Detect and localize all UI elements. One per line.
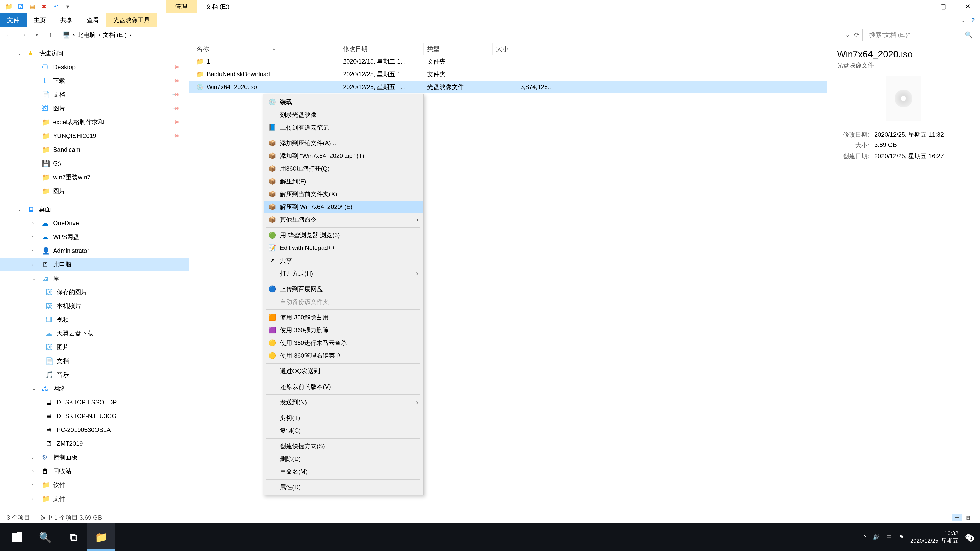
forward-button[interactable]: → [18, 30, 28, 40]
nav-item[interactable]: 🖥DESKTOP-LSSOEDP [0, 395, 189, 409]
back-button[interactable]: ← [4, 30, 14, 40]
nav-desktop[interactable]: ⌄🖥桌面 [0, 203, 189, 216]
context-menu-item[interactable]: 剪切(T) [264, 411, 423, 424]
search-button[interactable]: 🔍 [31, 524, 59, 551]
address-bar[interactable]: 🖥️ › 此电脑 › 文档 (E:) › ⌄ ⟳ [59, 29, 862, 41]
column-name[interactable]: 名称▲ [189, 43, 339, 55]
up-button[interactable]: ↑ [45, 30, 56, 40]
nav-item[interactable]: 🎵音乐 [0, 368, 189, 382]
nav-libraries[interactable]: ⌄🗂库 [0, 272, 189, 285]
context-menu-item[interactable]: 📦用360压缩打开(Q) [264, 162, 423, 175]
tray-expand-icon[interactable]: ^ [863, 534, 866, 540]
context-menu-item[interactable]: 📦添加到压缩文件(A)... [264, 137, 423, 149]
context-menu-item[interactable]: 🟪使用 360强力删除 [264, 324, 423, 337]
ribbon-tab-home[interactable]: 主页 [27, 13, 53, 27]
nav-item[interactable]: ›☁WPS网盘 [0, 230, 189, 244]
context-menu-item[interactable]: 🟡使用 360管理右键菜单 [264, 349, 423, 362]
volume-icon[interactable]: 🔊 [873, 534, 880, 540]
nav-item[interactable]: 📁Bandicam [0, 143, 189, 157]
nav-item[interactable]: 🖼图片 [0, 102, 189, 115]
nav-network[interactable]: ⌄🖧网络 [0, 382, 189, 395]
file-row[interactable]: 📁BaiduNetdiskDownload2020/12/25, 星期五 1..… [189, 68, 827, 81]
context-menu-item[interactable]: 发送到(N)› [264, 396, 423, 409]
nav-item[interactable]: 🖵Desktop [0, 60, 189, 74]
nav-item[interactable]: 💾G:\ [0, 157, 189, 170]
new-folder-icon[interactable]: ▦ [27, 2, 37, 11]
nav-item[interactable]: 🖼本机照片 [0, 299, 189, 313]
properties-icon[interactable]: ☑ [16, 2, 25, 11]
tray-icon[interactable]: ⚑ [899, 534, 904, 540]
ribbon-expand-icon[interactable]: ⌄ [961, 17, 966, 24]
context-menu-item[interactable]: 📘上传到有道云笔记 [264, 121, 423, 134]
context-menu-item[interactable]: 📦其他压缩命令› [264, 213, 423, 226]
context-menu-item[interactable]: 复制(C) [264, 424, 423, 437]
maximize-button[interactable]: ▢ [931, 0, 956, 13]
search-icon[interactable]: 🔍 [965, 32, 973, 38]
file-row[interactable]: 📁12020/12/15, 星期二 1...文件夹 [189, 55, 827, 68]
ime-indicator[interactable]: 中 [886, 534, 892, 541]
context-menu-item[interactable]: 删除(D) [264, 453, 423, 465]
nav-item[interactable]: ›👤Administrator [0, 244, 189, 258]
nav-item[interactable]: 🖥PC-20190530OBLA [0, 423, 189, 437]
view-details-icon[interactable]: ☰ [952, 514, 962, 521]
nav-item[interactable]: 📄文档 [0, 88, 189, 102]
context-menu-item[interactable]: 🔵上传到百度网盘 [264, 283, 423, 295]
close-button[interactable]: ✕ [956, 0, 980, 13]
context-menu-item[interactable]: ↗共享 [264, 254, 423, 267]
context-menu-item[interactable]: 创建快捷方式(S) [264, 440, 423, 453]
context-menu-item[interactable]: 通过QQ发送到 [264, 365, 423, 378]
nav-item[interactable]: 🎞视频 [0, 313, 189, 327]
minimize-button[interactable]: — [907, 0, 931, 13]
nav-item[interactable]: 📁excel表格制作求和 [0, 115, 189, 129]
context-menu-item[interactable]: 🟧使用 360解除占用 [264, 311, 423, 324]
context-menu-item[interactable]: 属性(R) [264, 481, 423, 494]
nav-item[interactable]: ☁天翼云盘下载 [0, 327, 189, 340]
ribbon-tab-disc-tools[interactable]: 光盘映像工具 [106, 13, 157, 27]
navigation-pane[interactable]: ⌄★快速访问 🖵Desktop ⬇下载 📄文档 🖼图片 📁excel表格制作求和… [0, 43, 189, 511]
context-menu-item[interactable]: 📦解压到 Win7x64_2020\ (E) [264, 200, 423, 213]
taskbar-clock[interactable]: 16:32 2020/12/25, 星期五 [910, 530, 958, 545]
start-button[interactable] [3, 524, 31, 551]
context-menu-item[interactable]: 🟡使用 360进行木马云查杀 [264, 337, 423, 349]
nav-item[interactable]: ›☁OneDrive [0, 216, 189, 230]
help-icon[interactable]: ? [971, 17, 975, 24]
context-menu-item[interactable]: 📦解压到当前文件夹(X) [264, 188, 423, 200]
nav-item[interactable]: 📁图片 [0, 184, 189, 198]
undo-icon[interactable]: ↶ [51, 2, 61, 11]
nav-item[interactable]: ⬇下载 [0, 74, 189, 88]
view-large-icons-icon[interactable]: ▦ [963, 514, 974, 521]
nav-item[interactable]: 🖥ZMT2019 [0, 437, 189, 451]
recent-dropdown-icon[interactable]: ▾ [32, 30, 42, 40]
nav-item[interactable]: 📁win7重装win7 [0, 170, 189, 184]
ribbon-tab-file[interactable]: 文件 [0, 13, 27, 27]
nav-item[interactable]: ›📁文件 [0, 492, 189, 506]
context-menu-item[interactable]: 还原以前的版本(V) [264, 380, 423, 393]
context-menu-item[interactable]: 📦添加到 "Win7x64_2020.zip" (T) [264, 149, 423, 162]
task-view-button[interactable]: ⧉ [59, 524, 87, 551]
context-menu-item[interactable]: 🟢用 蜂蜜浏览器 浏览(3) [264, 229, 423, 241]
column-date[interactable]: 修改日期 [339, 43, 424, 55]
context-menu-item[interactable]: 💿装载 [264, 96, 423, 108]
nav-item[interactable]: 📁YUNQISHI2019 [0, 129, 189, 143]
breadcrumb[interactable]: 文档 (E:) [103, 31, 127, 39]
nav-this-pc[interactable]: ›🖥此电脑 [0, 258, 189, 272]
nav-item[interactable]: ›📁软件 [0, 478, 189, 492]
nav-item[interactable]: 📄文档 [0, 354, 189, 368]
ribbon-tab-view[interactable]: 查看 [80, 13, 106, 27]
nav-quick-access[interactable]: ⌄★快速访问 [0, 46, 189, 60]
ribbon-tab-share[interactable]: 共享 [53, 13, 80, 27]
nav-item[interactable]: 🖼保存的图片 [0, 285, 189, 299]
breadcrumb[interactable]: 此电脑 [77, 31, 96, 39]
nav-item[interactable]: ›🗑回收站 [0, 464, 189, 478]
refresh-icon[interactable]: ⟳ [854, 32, 859, 38]
nav-item[interactable]: ›⚙控制面板 [0, 451, 189, 464]
action-center-icon[interactable]: 💬3 [965, 534, 972, 540]
file-row[interactable]: 💿Win7x64_2020.iso2020/12/25, 星期五 1...光盘映… [189, 81, 827, 94]
context-menu-item[interactable]: 📝Edit with Notepad++ [264, 241, 423, 254]
column-type[interactable]: 类型 [424, 43, 493, 55]
context-menu-item[interactable]: 打开方式(H)› [264, 267, 423, 280]
column-size[interactable]: 大小 [493, 43, 559, 55]
context-menu-item[interactable]: 📦解压到(F)... [264, 175, 423, 188]
nav-item[interactable]: 🖼图片 [0, 340, 189, 354]
qat-dropdown-icon[interactable]: ▾ [63, 2, 73, 11]
